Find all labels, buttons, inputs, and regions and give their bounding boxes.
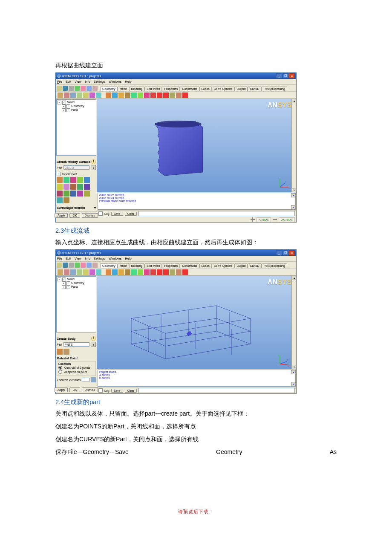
clear-button[interactable]: Clear: [125, 389, 137, 393]
tab-output[interactable]: Output: [234, 87, 248, 91]
geom-misc-icon[interactable]: [176, 269, 182, 275]
geom-box-icon[interactable]: [170, 269, 175, 275]
menu-edit[interactable]: Edit: [66, 257, 71, 260]
maximize-button[interactable]: ❐: [282, 250, 288, 255]
save-button[interactable]: Save: [111, 212, 123, 216]
print-icon[interactable]: [69, 263, 74, 268]
tab-geometry[interactable]: Geometry: [100, 87, 118, 91]
open-icon[interactable]: [57, 263, 62, 268]
tab-solve[interactable]: Solve Options: [212, 263, 235, 268]
surf-method-icon[interactable]: [77, 184, 83, 190]
model-tree[interactable]: −✓Model +✓Geometry +✓Parts: [56, 276, 96, 332]
minimize-button[interactable]: _: [276, 250, 282, 255]
menu-help[interactable]: Help: [125, 80, 131, 84]
surf-method-icon[interactable]: [57, 177, 63, 183]
cross-red-icon[interactable]: [182, 269, 188, 275]
part-field[interactable]: [63, 342, 89, 347]
tab-cart3d[interactable]: Cart3D: [248, 87, 261, 91]
scroll-down-icon[interactable]: ▾: [94, 206, 96, 210]
geom-misc-icon[interactable]: [176, 92, 182, 98]
menu-windows[interactable]: Windows: [109, 257, 121, 260]
ok-button[interactable]: OK: [69, 387, 80, 392]
geom-transform-icon[interactable]: [144, 269, 150, 275]
redo-icon[interactable]: [86, 86, 92, 91]
tab-post[interactable]: Post-processing: [262, 263, 287, 268]
save-icon[interactable]: [63, 86, 68, 91]
menu-edit[interactable]: Edit: [66, 80, 71, 84]
menu-info[interactable]: Info: [85, 80, 90, 84]
viewport[interactable]: ΛNSYS x z y ▴ ▾: [97, 99, 296, 192]
surf-method-icon[interactable]: [84, 191, 90, 197]
surf-method-icon[interactable]: [70, 191, 76, 197]
menu-file[interactable]: File: [57, 257, 62, 260]
tab-mesh[interactable]: Mesh: [118, 263, 129, 268]
help-icon[interactable]: ?: [91, 159, 96, 164]
refresh-icon[interactable]: [92, 263, 98, 268]
screen-locations-field[interactable]: [82, 378, 89, 382]
close-button[interactable]: ×: [289, 73, 295, 78]
tab-geometry[interactable]: Geometry: [100, 263, 118, 268]
tree-geometry[interactable]: Geometry: [71, 104, 84, 107]
dropdown-arrow-icon[interactable]: ▾: [91, 165, 96, 170]
tab-properties[interactable]: Properties: [162, 87, 180, 91]
tab-constraints[interactable]: Constraints: [180, 87, 199, 91]
surf-method-icon[interactable]: [70, 184, 76, 190]
scroll-up-icon[interactable]: ▴: [291, 193, 295, 197]
menu-settings[interactable]: Settings: [94, 80, 105, 84]
body-method-icon[interactable]: [63, 349, 69, 355]
minimize-button[interactable]: _: [276, 73, 282, 78]
tool-icon[interactable]: [70, 269, 76, 275]
print-icon[interactable]: [69, 86, 74, 91]
cross-red-icon[interactable]: [157, 92, 162, 98]
redo-icon[interactable]: [86, 263, 92, 268]
geom-mesh-icon[interactable]: [131, 269, 137, 275]
scrollbar[interactable]: ▴ ▾: [291, 276, 296, 369]
radio-centroid[interactable]: [58, 366, 62, 370]
scroll-down-icon[interactable]: ▾: [292, 188, 296, 192]
viewport[interactable]: ΛNSYS: [97, 276, 296, 369]
menu-help[interactable]: Help: [125, 257, 131, 260]
tool-icon[interactable]: [58, 269, 63, 275]
scroll-down-icon[interactable]: ▾: [291, 205, 295, 209]
menu-settings[interactable]: Settings: [94, 257, 105, 260]
geom-surface-icon[interactable]: [118, 269, 124, 275]
maximize-button[interactable]: ❐: [282, 73, 288, 78]
menu-view[interactable]: View: [75, 257, 81, 260]
undo-icon[interactable]: [81, 86, 86, 91]
scroll-up-icon[interactable]: ▴: [292, 276, 296, 280]
close-button[interactable]: ×: [289, 250, 295, 255]
tool-icon[interactable]: [77, 92, 82, 98]
log-checkbox[interactable]: [98, 211, 103, 216]
tab-cart3d[interactable]: Cart3D: [248, 263, 261, 268]
scroll-down-icon[interactable]: ▾: [292, 365, 296, 369]
tree-model[interactable]: Model: [67, 278, 75, 280]
tool-icon[interactable]: [96, 269, 101, 275]
geom-delete-icon[interactable]: [150, 92, 156, 98]
menu-windows[interactable]: Windows: [109, 80, 121, 84]
tab-blocking[interactable]: Blocking: [129, 87, 144, 91]
save-button[interactable]: Save: [111, 389, 123, 393]
tool-icon[interactable]: [89, 269, 95, 275]
geom-surface-icon[interactable]: [118, 92, 124, 98]
geom-body-icon[interactable]: [125, 92, 130, 98]
cross-red-icon[interactable]: [182, 92, 188, 98]
tool-icon[interactable]: [83, 92, 89, 98]
geom-delete-icon[interactable]: [150, 269, 156, 275]
save-icon[interactable]: [63, 263, 68, 268]
radio-specified[interactable]: [58, 370, 62, 374]
geom-repair-icon[interactable]: [138, 269, 143, 275]
surf-method-icon[interactable]: [77, 191, 83, 197]
help-icon[interactable]: ?: [91, 336, 96, 341]
tab-editmesh[interactable]: Edit Mesh: [144, 87, 162, 91]
geom-mesh-icon[interactable]: [131, 92, 137, 98]
tool-icon[interactable]: [83, 269, 89, 275]
geom-body-icon[interactable]: [125, 269, 130, 275]
tree-parts[interactable]: Parts: [71, 285, 78, 288]
cross-red-icon[interactable]: [163, 269, 169, 275]
surf-method-icon[interactable]: [57, 197, 63, 203]
apply-button[interactable]: Apply: [55, 387, 68, 392]
pick-icon[interactable]: [91, 377, 96, 382]
cross-red-icon[interactable]: [163, 92, 169, 98]
open-icon[interactable]: [57, 86, 62, 91]
clear-button[interactable]: Clear: [125, 212, 137, 216]
